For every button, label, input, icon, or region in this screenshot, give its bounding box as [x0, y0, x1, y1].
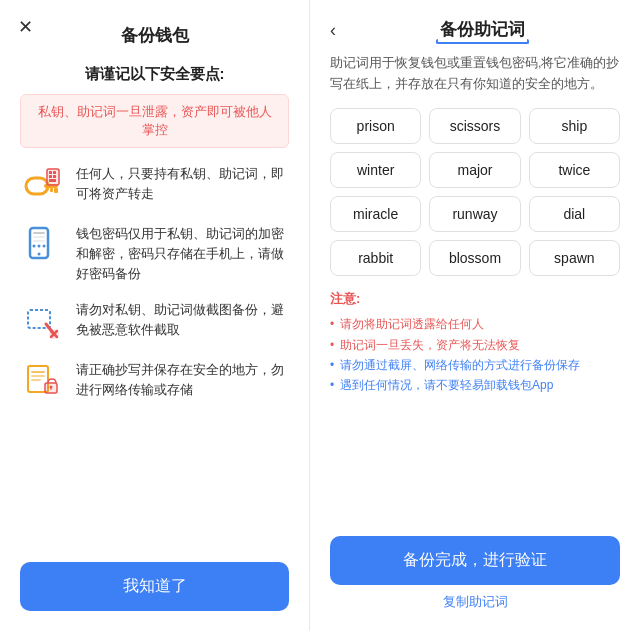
warning-banner: 私钥、助记词一旦泄露，资产即可被他人掌控 — [20, 94, 289, 148]
mnemonic-word-6: twice — [529, 152, 620, 188]
safety-item-screenshot: 请勿对私钥、助记词做截图备份，避免被恶意软件截取 — [20, 300, 289, 344]
mnemonic-word-4: winter — [330, 152, 421, 188]
key-icon — [20, 164, 64, 208]
note-item-2: 助记词一旦丢失，资产将无法恢复 — [330, 335, 620, 355]
notes-section: 注意: 请勿将助记词透露给任何人助记词一旦丢失，资产将无法恢复请勿通过截屏、网络… — [330, 290, 620, 396]
copy-mnemonic-link[interactable]: 复制助记词 — [330, 593, 620, 611]
right-title-wrap: 备份助记词 — [344, 18, 620, 41]
svg-rect-13 — [33, 236, 45, 238]
svg-rect-31 — [51, 387, 52, 390]
mnemonic-word-1: prison — [330, 108, 421, 144]
svg-rect-14 — [33, 240, 45, 242]
svg-rect-27 — [31, 379, 41, 381]
mnemonic-word-10: rabbit — [330, 240, 421, 276]
svg-rect-9 — [53, 175, 56, 178]
safety-item-key-text: 任何人，只要持有私钥、助记词，即可将资产转走 — [76, 164, 289, 204]
right-panel: ‹ 备份助记词 助记词用于恢复钱包或重置钱包密码,将它准确的抄写在纸上，并存放在… — [310, 0, 640, 631]
svg-rect-3 — [50, 188, 53, 192]
svg-rect-10 — [49, 179, 56, 182]
phone-icon — [20, 224, 64, 268]
right-header: ‹ 备份助记词 — [330, 18, 620, 41]
safety-item-paper: 请正确抄写并保存在安全的地方，勿进行网络传输或存储 — [20, 360, 289, 404]
safety-item-phone: 钱包密码仅用于私钥、助记词的加密和解密，密码只存储在手机上，请做好密码备份 — [20, 224, 289, 284]
mnemonic-word-12: spawn — [529, 240, 620, 276]
mnemonic-word-3: ship — [529, 108, 620, 144]
note-item-1: 请勿将助记词透露给任何人 — [330, 314, 620, 334]
mnemonic-word-8: runway — [429, 196, 520, 232]
safety-heading: 请谨记以下安全要点: — [85, 65, 225, 84]
mnemonic-word-5: major — [429, 152, 520, 188]
mnemonic-word-11: blossom — [429, 240, 520, 276]
mnemonic-word-grid: prisonscissorsshipwintermajortwicemiracl… — [330, 108, 620, 276]
note-item-3: 请勿通过截屏、网络传输的方式进行备份保存 — [330, 355, 620, 375]
safety-item-paper-text: 请正确抄写并保存在安全的地方，勿进行网络传输或存储 — [76, 360, 289, 400]
note-item-4: 遇到任何情况，请不要轻易卸载钱包App — [330, 375, 620, 395]
safety-item-phone-text: 钱包密码仅用于私钥、助记词的加密和解密，密码只存储在手机上，请做好密码备份 — [76, 224, 289, 284]
mnemonic-word-7: miracle — [330, 196, 421, 232]
back-button[interactable]: ‹ — [330, 21, 336, 39]
svg-point-18 — [43, 245, 46, 248]
safety-item-key: 任何人，只要持有私钥、助记词，即可将资产转走 — [20, 164, 289, 208]
backup-complete-button[interactable]: 备份完成，进行验证 — [330, 536, 620, 585]
safety-items-list: 任何人，只要持有私钥、助记词，即可将资产转走 钱包密码仅用于私钥、助记词的加密和… — [20, 164, 289, 404]
right-title: 备份助记词 — [440, 18, 525, 41]
notes-list: 请勿将助记词透露给任何人助记词一旦丢失，资产将无法恢复请勿通过截屏、网络传输的方… — [330, 314, 620, 396]
svg-rect-12 — [33, 232, 45, 234]
notes-title: 注意: — [330, 290, 620, 308]
svg-rect-2 — [54, 188, 58, 193]
svg-rect-8 — [49, 175, 52, 178]
right-description: 助记词用于恢复钱包或重置钱包密码,将它准确的抄写在纸上，并存放在只有你知道的安全… — [330, 53, 620, 94]
svg-rect-7 — [53, 171, 56, 174]
svg-rect-26 — [31, 375, 45, 377]
svg-point-15 — [38, 253, 41, 256]
acknowledge-button[interactable]: 我知道了 — [20, 562, 289, 611]
svg-point-17 — [38, 245, 41, 248]
paper-icon — [20, 360, 64, 404]
mnemonic-word-9: dial — [529, 196, 620, 232]
close-button[interactable]: ✕ — [18, 18, 33, 36]
svg-point-16 — [33, 245, 36, 248]
svg-rect-25 — [31, 371, 45, 373]
mnemonic-word-2: scissors — [429, 108, 520, 144]
left-panel: ✕ 备份钱包 请谨记以下安全要点: 私钥、助记词一旦泄露，资产即可被他人掌控 — [0, 0, 310, 631]
screenshot-icon — [20, 300, 64, 344]
left-title: 备份钱包 — [121, 24, 189, 47]
safety-item-screenshot-text: 请勿对私钥、助记词做截图备份，避免被恶意软件截取 — [76, 300, 289, 340]
svg-rect-6 — [49, 171, 52, 174]
